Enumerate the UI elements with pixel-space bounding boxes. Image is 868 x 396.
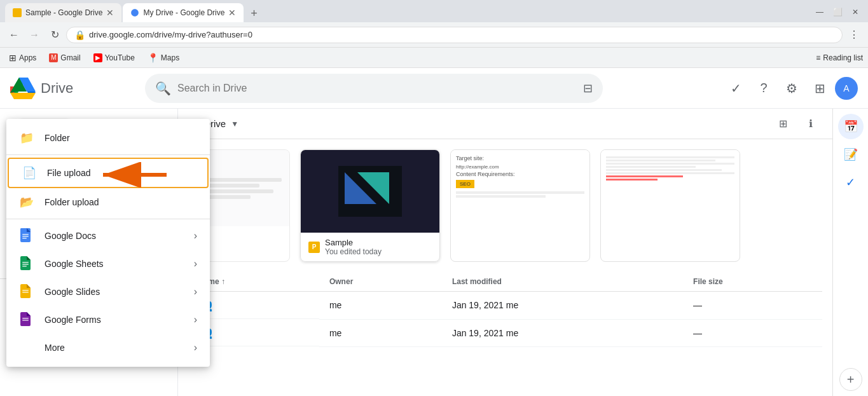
svg-rect-18: [22, 292, 29, 293]
drive-logo[interactable]: Drive: [10, 78, 137, 99]
menu-item-google-slides[interactable]: Google Slides ›: [6, 278, 210, 306]
help-center-icon[interactable]: ✓: [723, 76, 748, 101]
filter-icon[interactable]: ⊟: [583, 81, 593, 95]
reload-button[interactable]: ↻: [46, 26, 64, 44]
settings-icon[interactable]: ⚙: [779, 76, 804, 101]
file-table-container: Name ↑ Owner Last modified File size 👥: [178, 272, 832, 347]
row-1-owner: me: [319, 292, 442, 320]
file-card-2[interactable]: P Sample You edited today: [300, 149, 440, 262]
file-card-3[interactable]: Target site: http://example.com Content …: [450, 149, 590, 262]
dropdown-menu: 📁 Folder 📄 File upload 📂 Folder upload G…: [6, 119, 210, 367]
table-row-1[interactable]: 👥 me Jan 19, 2021 me —: [188, 292, 822, 320]
col-modified: Last modified: [442, 272, 683, 292]
back-button[interactable]: ←: [5, 26, 23, 44]
svg-rect-15: [22, 264, 29, 265]
svg-marker-5: [10, 93, 36, 99]
menu-item-more[interactable]: More ›: [6, 334, 210, 362]
browser-menu-button[interactable]: ⋮: [845, 26, 863, 44]
svg-rect-20: [22, 320, 29, 321]
info-button[interactable]: ℹ: [799, 113, 822, 135]
my-drive-chevron-header[interactable]: ▼: [231, 119, 238, 128]
google-sheets-label: Google Sheets: [45, 259, 184, 269]
files-grid: P Sample You edited today Target site: h…: [178, 139, 832, 272]
tasks-right-icon[interactable]: ✓: [838, 170, 864, 195]
folder-upload-label: Folder upload: [45, 197, 197, 207]
file-2-date: You edited today: [325, 247, 382, 256]
grid-view-button[interactable]: ⊞: [771, 113, 794, 135]
menu-item-folder[interactable]: 📁 Folder: [6, 124, 210, 152]
google-forms-label: Google Forms: [45, 315, 184, 325]
google-slides-label: Google Slides: [45, 287, 184, 297]
app-title: Drive: [41, 80, 73, 97]
file-upload-icon: 📄: [22, 165, 37, 181]
docs-arrow: ›: [194, 230, 197, 242]
tab-1-close[interactable]: ✕: [106, 8, 114, 18]
bookmark-gmail[interactable]: M Gmail: [45, 52, 84, 64]
tab-1[interactable]: Sample - Google Drive ✕: [5, 3, 121, 22]
minimize-button[interactable]: —: [812, 4, 827, 20]
menu-item-google-sheets[interactable]: Google Sheets ›: [6, 250, 210, 278]
notes-right-icon[interactable]: 📝: [838, 142, 864, 167]
forward-button[interactable]: →: [25, 26, 43, 44]
new-tab-button[interactable]: +: [245, 4, 263, 22]
svg-rect-12: [22, 236, 29, 237]
folder-label: Folder: [45, 133, 197, 143]
folder-menu-icon: 📁: [19, 130, 34, 146]
file-card-4[interactable]: [600, 149, 740, 262]
more-label: More: [45, 343, 184, 353]
tab-1-favicon: [13, 8, 22, 17]
user-avatar[interactable]: A: [835, 77, 858, 100]
app-header: Drive 🔍 ⊟ ✓ ? ⚙ ⊞ A: [0, 68, 868, 109]
svg-rect-13: [22, 238, 27, 239]
docs-menu-icon: [19, 228, 34, 243]
bookmark-apps[interactable]: ⊞ Apps: [5, 51, 40, 64]
sheets-menu-icon: [19, 256, 34, 271]
calendar-right-icon[interactable]: 📅: [838, 114, 864, 139]
menu-item-file-upload[interactable]: 📄 File upload: [8, 158, 209, 188]
menu-item-folder-upload[interactable]: 📂 Folder upload: [6, 188, 210, 216]
tab-2-title: My Drive - Google Drive: [143, 8, 224, 17]
maximize-button[interactable]: ⬜: [830, 4, 845, 20]
row-2-size: —: [683, 319, 822, 346]
menu-item-google-forms[interactable]: Google Forms ›: [6, 306, 210, 334]
google-docs-label: Google Docs: [45, 231, 184, 241]
browser-chrome: Sample - Google Drive ✕ My Drive - Googl…: [0, 0, 868, 68]
tab-2-close[interactable]: ✕: [228, 8, 236, 18]
search-bar[interactable]: 🔍 ⊟: [145, 74, 603, 103]
apps-grid-icon[interactable]: ⊞: [807, 76, 832, 101]
row-1-size: —: [683, 292, 822, 320]
search-input[interactable]: [177, 83, 577, 94]
tab-2[interactable]: My Drive - Google Drive ✕: [123, 3, 244, 22]
row-2-owner: me: [319, 319, 442, 346]
main-content: My Drive ▼ ⊞ ℹ: [178, 109, 832, 396]
svg-rect-16: [22, 266, 27, 267]
more-menu-icon: [19, 340, 34, 355]
col-size: File size: [683, 272, 822, 292]
forms-arrow: ›: [194, 314, 197, 325]
table-row-2[interactable]: 👥 me Jan 19, 2021 me —: [188, 319, 822, 346]
tab-1-title: Sample - Google Drive: [25, 8, 102, 17]
search-icon: 🔍: [155, 81, 171, 96]
close-button[interactable]: ✕: [848, 4, 863, 20]
forms-menu-icon: [19, 312, 34, 327]
bookmark-maps[interactable]: 📍 Maps: [144, 51, 183, 64]
support-icon[interactable]: ?: [751, 76, 776, 101]
svg-rect-14: [22, 262, 29, 263]
right-sidebar: 📅 📝 ✓ +: [832, 109, 868, 396]
row-1-modified: Jan 19, 2021 me: [442, 292, 683, 320]
bookmark-youtube[interactable]: ▶ YouTube: [90, 52, 139, 64]
more-arrow: ›: [194, 342, 197, 353]
menu-item-google-docs[interactable]: Google Docs ›: [6, 222, 210, 250]
slides-icon: P: [308, 242, 320, 253]
file-2-name: Sample: [325, 238, 382, 247]
svg-rect-19: [22, 318, 29, 319]
svg-rect-11: [22, 234, 29, 235]
address-bar[interactable]: 🔒 drive.google.com/drive/my-drive?authus…: [66, 27, 843, 43]
add-right-icon[interactable]: +: [839, 368, 862, 391]
slides-menu-icon: [19, 284, 34, 299]
folder-upload-icon: 📂: [19, 195, 34, 210]
reading-list-button[interactable]: ≡ Reading list: [816, 53, 863, 62]
col-owner: Owner: [319, 272, 442, 292]
slides-arrow: ›: [194, 286, 197, 297]
sheets-arrow: ›: [194, 258, 197, 270]
